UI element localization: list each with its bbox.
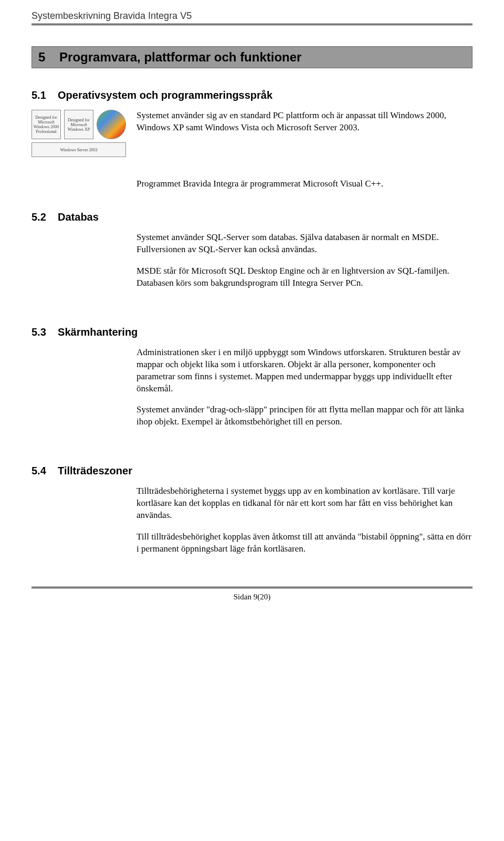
section-52-content: Systemet använder SQL-Server som databas…: [136, 232, 472, 289]
section-title: Skärmhantering: [58, 326, 138, 338]
section-heading-52: 5.2 Databas: [32, 211, 472, 223]
section-51-content-2: Programmet Bravida Integra är programmer…: [136, 178, 472, 190]
os-logo-cluster: Designed for Microsoft Windows 2000 Prof…: [32, 110, 136, 157]
section-51-p1: Systemet använder sig av en standard PC …: [136, 110, 472, 134]
page-number: Sidan 9(20): [234, 593, 270, 601]
section-51-content: Systemet använder sig av en standard PC …: [136, 110, 472, 143]
page-footer: Sidan 9(20): [32, 593, 472, 601]
chapter-number: 5: [38, 50, 45, 64]
header-divider: [32, 24, 472, 25]
windows-vista-logo-icon: [97, 110, 126, 139]
section-title: Operativsystem och programmeringsspråk: [58, 89, 272, 101]
section-heading-51: 5.1 Operativsystem och programmeringsspr…: [32, 89, 472, 101]
section-53-content: Administrationen sker i en miljö uppbygg…: [136, 347, 472, 429]
section-52-p2: MSDE står för Microsoft SQL Desktop Engi…: [136, 265, 472, 289]
chapter-heading-bar: 5 Programvara, plattformar och funktione…: [32, 46, 472, 68]
section-54-content: Tillträdesbehörigheterna i systemet bygg…: [136, 485, 472, 555]
section-title: Tillträdeszoner: [58, 465, 132, 476]
section-number: 5.1: [32, 89, 46, 101]
section-52-p1: Systemet använder SQL-Server som databas…: [136, 232, 472, 256]
section-54-p1: Tillträdesbehörigheterna i systemet bygg…: [136, 485, 472, 522]
windows-xp-logo-icon: Designed for Microsoft Windows XP: [64, 110, 93, 139]
chapter-title: Programvara, plattformar och funktioner: [59, 50, 301, 64]
section-51-p2: Programmet Bravida Integra är programmer…: [136, 178, 472, 190]
section-number: 5.3: [32, 326, 46, 338]
section-heading-54: 5.4 Tillträdeszoner: [32, 465, 472, 477]
section-number: 5.4: [32, 465, 46, 476]
windows-2000-logo-icon: Designed for Microsoft Windows 2000 Prof…: [32, 110, 61, 139]
section-54-p2: Till tillträdesbehörighet kopplas även å…: [136, 531, 472, 555]
footer-divider: [32, 587, 472, 588]
document-header-title: Systembeskrivning Bravida Integra V5: [32, 11, 472, 22]
section-title: Databas: [58, 211, 99, 223]
section-heading-53: 5.3 Skärmhantering: [32, 326, 472, 338]
section-53-p2: Systemet använder "drag-och-släpp" princ…: [136, 404, 472, 428]
section-53-p1: Administrationen sker i en miljö uppbygg…: [136, 347, 472, 395]
windows-server-2003-logo-icon: Windows Server 2003: [32, 142, 126, 157]
section-51-row: Designed for Microsoft Windows 2000 Prof…: [32, 110, 472, 157]
section-number: 5.2: [32, 211, 46, 223]
